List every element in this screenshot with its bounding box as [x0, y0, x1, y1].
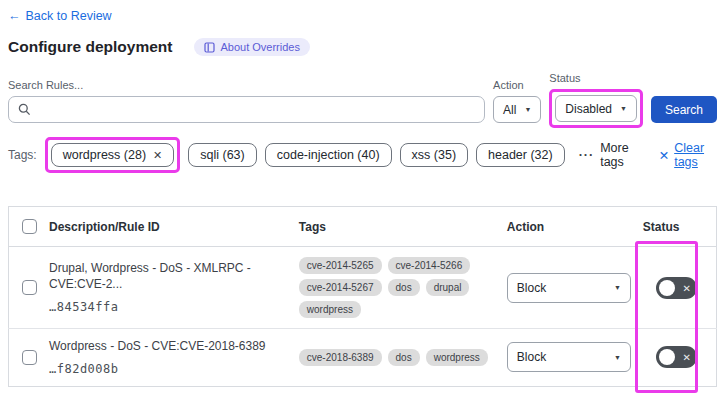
- toggle-off-icon: ✕: [682, 282, 690, 293]
- column-header-description: Description/Rule ID: [43, 207, 293, 247]
- book-icon: [204, 42, 215, 53]
- about-overrides-badge[interactable]: About Overrides: [194, 38, 309, 56]
- row-checkbox[interactable]: [22, 350, 37, 365]
- page-header: Configure deployment About Overrides: [8, 38, 717, 56]
- tag-chip-xss[interactable]: xss (35): [400, 143, 468, 167]
- rules-table: Description/Rule ID Tags Action Status D…: [8, 206, 717, 387]
- tag-pill: dos: [388, 349, 420, 366]
- chevron-down-icon: ▼: [614, 354, 621, 361]
- tag-pill: drupal: [426, 279, 470, 296]
- column-header-status: Status: [637, 207, 717, 247]
- status-toggle[interactable]: ✕: [656, 346, 697, 368]
- row-action-select[interactable]: Block ▼: [507, 342, 631, 372]
- tag-pill: wordpress: [299, 301, 361, 318]
- row-checkbox[interactable]: [22, 280, 37, 295]
- remove-tag-icon[interactable]: ✕: [153, 149, 162, 162]
- chevron-down-icon: ▼: [614, 284, 621, 291]
- ellipsis-icon: ···: [579, 148, 595, 162]
- toggle-off-icon: ✕: [682, 352, 690, 363]
- tag-chip-wordpress[interactable]: wordpress (28) ✕: [51, 143, 175, 167]
- table-row: Wordpress - DoS - CVE:CVE-2018-6389 …f82…: [9, 329, 717, 387]
- rule-description: Wordpress - DoS - CVE:CVE-2018-6389: [49, 339, 287, 355]
- tag-chip-label: wordpress (28): [63, 148, 146, 162]
- search-icon: [18, 103, 31, 116]
- action-label: Action: [493, 79, 541, 91]
- tag-pill: cve-2014-5265: [299, 257, 382, 274]
- tag-chip-code-injection[interactable]: code-injection (40): [265, 143, 392, 167]
- action-filter-select[interactable]: All ▼: [493, 96, 541, 123]
- page-title: Configure deployment: [8, 38, 172, 56]
- column-header-action: Action: [501, 207, 637, 247]
- status-toggle[interactable]: ✕: [656, 277, 697, 299]
- back-arrow-icon: ←: [8, 9, 21, 23]
- chevron-down-icon: ▼: [524, 106, 531, 113]
- tags-bar: Tags: wordpress (28) ✕ sqli (63) code-in…: [8, 137, 717, 173]
- clear-tags-label: Clear tags: [674, 141, 717, 169]
- tag-pill: wordpress: [426, 349, 488, 366]
- clear-tags-button[interactable]: ✕ Clear tags: [659, 141, 717, 169]
- tag-pill: cve-2014-5267: [299, 279, 382, 296]
- status-filter-select[interactable]: Disabled ▼: [555, 95, 637, 122]
- select-all-checkbox[interactable]: [22, 219, 37, 234]
- rule-id: …f82d008b: [49, 362, 287, 376]
- filter-bar: Search Rules... Action All ▼ Status Disa…: [8, 72, 717, 128]
- status-label: Status: [549, 72, 643, 84]
- column-header-tags: Tags: [293, 207, 501, 247]
- search-button[interactable]: Search: [651, 96, 717, 123]
- rule-tags: cve-2014-5265cve-2014-5266cve-2014-5267d…: [299, 257, 495, 318]
- more-tags-button[interactable]: ··· More tags: [579, 141, 641, 169]
- back-link-label: Back to Review: [26, 9, 112, 23]
- row-action-select[interactable]: Block ▼: [507, 273, 631, 303]
- row-action-value: Block: [517, 281, 546, 295]
- toggle-knob: [659, 349, 675, 365]
- row-action-value: Block: [517, 350, 546, 364]
- rule-id: …84534ffa: [49, 300, 287, 314]
- status-filter-value: Disabled: [565, 102, 612, 116]
- about-overrides-label: About Overrides: [220, 41, 299, 53]
- close-icon: ✕: [659, 148, 669, 163]
- rule-tags: cve-2018-6389doswordpress: [299, 349, 495, 366]
- tag-pill: cve-2018-6389: [299, 349, 382, 366]
- chevron-down-icon: ▼: [620, 105, 627, 112]
- search-rules-label: Search Rules...: [8, 79, 485, 91]
- selected-tag-highlight: wordpress (28) ✕: [45, 137, 181, 173]
- tag-pill: dos: [388, 279, 420, 296]
- action-filter-value: All: [503, 103, 516, 117]
- tags-label: Tags:: [8, 148, 37, 162]
- more-tags-label: More tags: [600, 141, 641, 169]
- table-header-row: Description/Rule ID Tags Action Status: [9, 207, 717, 247]
- back-to-review-link[interactable]: ← Back to Review: [8, 9, 112, 23]
- toggle-knob: [659, 280, 675, 296]
- tag-pill: cve-2014-5266: [388, 257, 471, 274]
- tag-chip-sqli[interactable]: sqli (63): [188, 143, 256, 167]
- status-filter-highlight: Disabled ▼: [549, 89, 643, 128]
- tag-chip-header[interactable]: header (32): [476, 143, 565, 167]
- search-rules-input[interactable]: [8, 96, 485, 123]
- table-row: Drupal, Wordpress - DoS - XMLRPC - CVE:C…: [9, 247, 717, 329]
- rule-description: Drupal, Wordpress - DoS - XMLRPC - CVE:C…: [49, 261, 287, 292]
